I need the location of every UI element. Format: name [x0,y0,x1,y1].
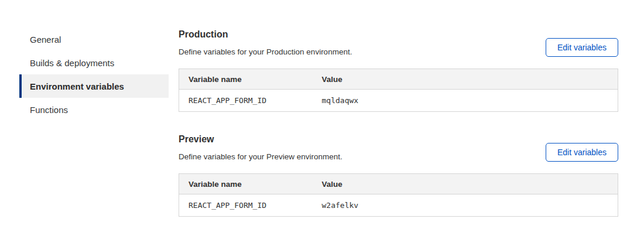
variable-name-cell: REACT_APP_FORM_ID [179,90,313,112]
preview-section: Preview Define variables for your Previe… [179,134,618,217]
settings-page: General Builds & deployments Environment… [0,0,644,246]
table-row: REACT_APP_FORM_ID w2afelkv [179,194,618,217]
variable-value-cell: w2afelkv [313,194,618,217]
table-header-row: Variable name Value [179,174,618,194]
sidebar-item-general[interactable]: General [19,28,169,51]
sidebar-item-functions[interactable]: Functions [19,98,169,121]
sidebar-item-environment-variables[interactable]: Environment variables [19,74,169,98]
variable-value-cell: mqldaqwx [313,90,618,112]
production-section: Production Define variables for your Pro… [179,29,618,112]
sidebar-item-builds-deployments[interactable]: Builds & deployments [19,51,169,74]
edit-variables-button-production[interactable]: Edit variables [546,38,618,57]
edit-variables-button-preview[interactable]: Edit variables [546,143,618,162]
column-header-variable-name: Variable name [179,69,313,90]
preview-variables-table: Variable name Value REACT_APP_FORM_ID w2… [179,173,618,217]
table-header-row: Variable name Value [179,69,618,90]
sidebar-item-label: Functions [30,105,68,115]
sidebar-item-label: Environment variables [30,81,124,91]
variable-name-cell: REACT_APP_FORM_ID [179,194,313,217]
column-header-variable-name: Variable name [179,174,313,194]
column-header-value: Value [313,174,618,194]
sidebar-item-label: Builds & deployments [30,58,114,68]
column-header-value: Value [313,69,618,90]
sidebar-item-label: General [30,35,61,45]
environment-variables-panel: Production Define variables for your Pro… [179,29,618,217]
table-row: REACT_APP_FORM_ID mqldaqwx [179,90,618,112]
production-variables-table: Variable name Value REACT_APP_FORM_ID mq… [179,69,618,112]
settings-sidebar: General Builds & deployments Environment… [19,28,169,121]
